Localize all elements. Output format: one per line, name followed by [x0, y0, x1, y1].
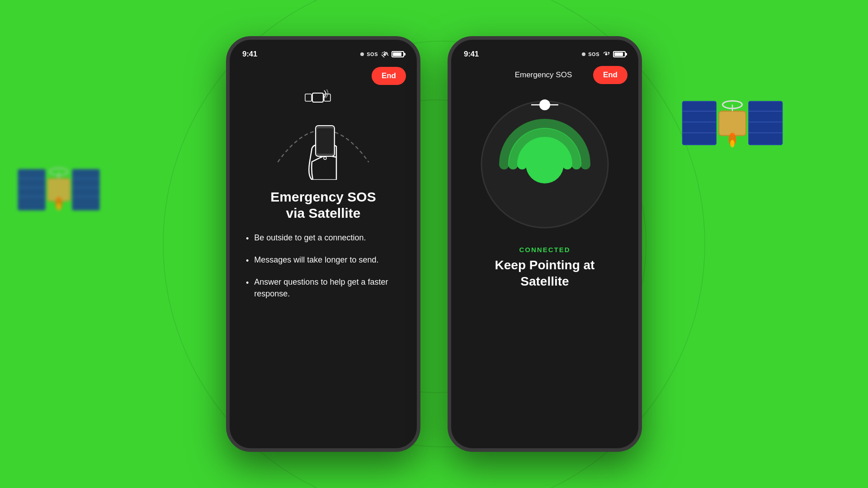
bullet-dot-1: •: [246, 233, 249, 244]
satellite-status-icon: [381, 51, 389, 57]
signal-dot: [360, 52, 364, 56]
bullet-dot-2: •: [246, 255, 249, 267]
satellite-left-decoration: [14, 145, 140, 271]
phone-2: 9:41 SOS Emergency SOS End: [448, 36, 642, 452]
svg-point-22: [722, 101, 742, 108]
status-icons-1: SOS: [360, 51, 404, 57]
satellite-right-decoration: [678, 68, 796, 185]
nav-bar-2: Emergency SOS End: [451, 62, 638, 88]
svg-point-24: [729, 133, 736, 146]
end-button-2[interactable]: End: [593, 66, 627, 84]
svg-point-36: [539, 99, 550, 110]
battery-icon-2: [613, 51, 626, 57]
phone1-title: Emergency SOS via Satellite: [257, 189, 389, 221]
svg-rect-5: [72, 169, 99, 210]
svg-point-9: [50, 168, 68, 175]
time-2: 9:41: [464, 50, 479, 59]
svg-point-35: [526, 145, 564, 183]
svg-rect-28: [305, 94, 311, 101]
phone2-content: CONNECTED Keep Pointing at Satellite: [451, 88, 638, 290]
phone-1: 9:41 SOS End: [226, 36, 420, 452]
signal-indicator: [477, 97, 613, 232]
sos-label-2: SOS: [588, 52, 599, 57]
phone-hand-illustration: [303, 121, 344, 180]
phones-container: 9:41 SOS End: [226, 36, 642, 452]
signal-dot-2: [582, 52, 585, 56]
svg-point-33: [605, 53, 608, 56]
satellite-arc-animation: [264, 89, 382, 180]
connected-label: CONNECTED: [519, 246, 570, 253]
battery-icon-1: [392, 51, 404, 57]
status-bar-1: 9:41 SOS: [230, 40, 417, 62]
svg-rect-0: [47, 178, 70, 201]
bullet-list: • Be outside to get a connection. • Mess…: [230, 232, 417, 310]
svg-rect-13: [719, 111, 746, 136]
status-icons-2: SOS: [582, 51, 626, 57]
svg-rect-14: [683, 101, 716, 145]
satellite-status-icon-2: [602, 51, 610, 57]
svg-point-26: [384, 54, 386, 56]
svg-rect-31: [317, 128, 333, 154]
svg-point-25: [730, 140, 735, 148]
status-bar-2: 9:41 SOS: [451, 40, 638, 62]
svg-rect-18: [749, 101, 782, 145]
svg-point-11: [55, 197, 62, 210]
svg-point-32: [324, 157, 326, 160]
svg-rect-27: [312, 93, 323, 102]
time-1: 9:41: [242, 50, 257, 59]
signal-svg: [477, 97, 613, 232]
nav-title: Emergency SOS: [515, 70, 572, 80]
svg-point-12: [57, 203, 61, 211]
bullet-item-2: • Messages will take longer to send.: [246, 254, 401, 267]
bullet-item-3: • Answer questions to help get a faster …: [246, 277, 401, 299]
bullet-item-1: • Be outside to get a connection.: [246, 232, 401, 244]
sos-label-1: SOS: [367, 52, 378, 57]
svg-rect-1: [18, 169, 45, 210]
end-button-1[interactable]: End: [372, 67, 406, 85]
pointing-title: Keep Pointing at Satellite: [481, 257, 609, 290]
bullet-dot-3: •: [246, 277, 249, 289]
